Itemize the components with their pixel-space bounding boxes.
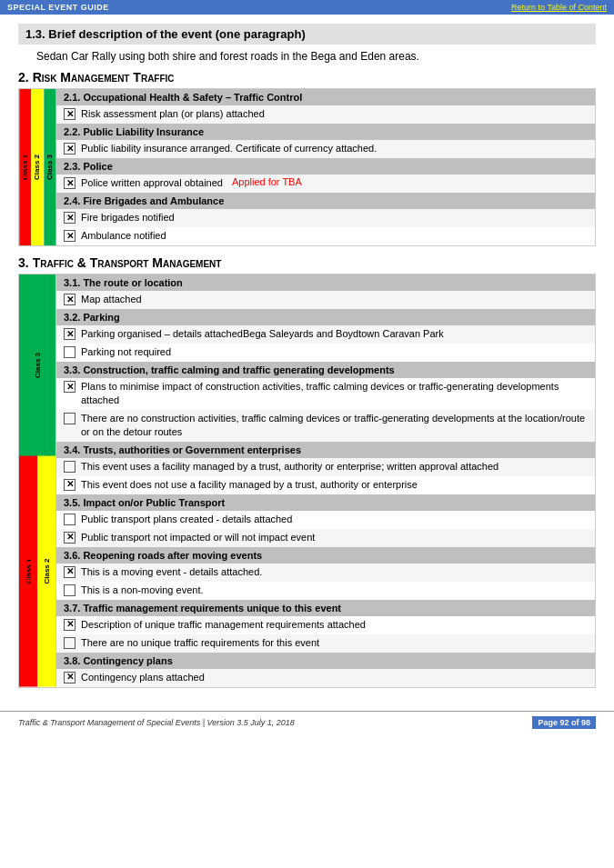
- check-text-37-1: Description of unique traffic management…: [81, 618, 366, 632]
- section2-container: Class 1 Class 2 Class 3 2.1. Occupationa…: [18, 88, 596, 246]
- bottom-bars-group: Class 1 Class 2: [19, 456, 55, 687]
- section2-heading: 2. Risk Management Traffic: [18, 70, 596, 85]
- check-row-37-2: There are no unique traffic requirements…: [56, 634, 595, 653]
- checkbox-31-1: [64, 294, 75, 305]
- subsection-37-header: 3.7. Traffic management requirements uni…: [56, 600, 595, 616]
- check-text-33-1: Plans to minimise impact of construction…: [81, 380, 588, 408]
- check-row-36-2: This is a non-moving event.: [56, 582, 595, 600]
- section3-container: Class 3 Class 1 Class 2 3.1. The route o…: [18, 274, 596, 688]
- subsection-31-header: 3.1. The route or location: [56, 274, 595, 291]
- check-text-22-1: Public liability insurance arranged. Cer…: [81, 142, 377, 155]
- checkbox-34-1: [64, 461, 75, 473]
- check-row-23-1: Police written approval obtained Applied…: [56, 175, 595, 193]
- section3-number: 3.: [18, 255, 29, 270]
- checkbox-33-2: [64, 413, 75, 424]
- section-13-title: 1.3. Brief description of the event (one…: [25, 27, 306, 41]
- check-row-32-2: Parking not required: [56, 344, 595, 362]
- checkbox-32-2: [64, 346, 75, 358]
- checkbox-35-1: [64, 514, 75, 525]
- applied-tba-text: Applied for TBA: [232, 176, 302, 187]
- subsection-21-header: 2.1. Occupational Health & Safety – Traf…: [56, 89, 595, 105]
- check-text-36-1: This is a moving event - details attache…: [81, 565, 262, 579]
- section2-color-bars: Class 1 Class 2 Class 3: [19, 89, 55, 245]
- check-text-23-1: Police written approval obtained: [81, 176, 223, 190]
- subsection-33-header: 3.3. Construction, traffic calming and t…: [56, 362, 595, 378]
- check-row-31-1: Map attached: [56, 291, 595, 309]
- checkbox-24-1: [64, 212, 75, 224]
- checkbox-36-1: [64, 566, 75, 578]
- checkbox-33-1: [64, 381, 75, 393]
- check-row-36-1: This is a moving event - details attache…: [56, 564, 595, 582]
- check-text-34-2: This event does not use a facility manag…: [81, 478, 418, 492]
- section3-rows: 3.1. The route or location Map attached …: [55, 274, 595, 687]
- check-text-24-2: Ambulance notified: [81, 229, 166, 243]
- check-text-33-2: There are no construction activities, tr…: [81, 412, 588, 440]
- subsection-36-header: 3.6. Reopening roads after moving events: [56, 547, 595, 564]
- checkbox-24-2: [64, 230, 75, 242]
- bar-class1: Class 1: [19, 89, 31, 245]
- checkbox-23-1: [64, 177, 75, 189]
- check-text-38-1: Contingency plans attached: [81, 671, 205, 684]
- subsection-23-header: 2.3. Police: [56, 158, 595, 175]
- section2-number: 2.: [18, 70, 29, 85]
- check-row-34-1: This event uses a facility managed by a …: [56, 458, 595, 476]
- section3-color-bars: Class 3 Class 1 Class 2: [19, 274, 55, 687]
- check-text-32-2: Parking not required: [81, 345, 171, 359]
- check-row-24-2: Ambulance notified: [56, 227, 595, 245]
- bar-class2-s3: Class 2: [37, 456, 55, 687]
- check-text-24-1: Fire brigades notified: [81, 211, 175, 224]
- bar-class3-s3: Class 3: [19, 274, 55, 456]
- check-row-35-2: Public transport not impacted or will no…: [56, 529, 595, 547]
- check-text-35-1: Public transport plans created - details…: [81, 513, 292, 526]
- toc-link[interactable]: Return to Table of Content: [511, 3, 607, 12]
- check-row-22-1: Public liability insurance arranged. Cer…: [56, 140, 595, 158]
- subsection-35-header: 3.5. Impact on/or Public Transport: [56, 494, 595, 511]
- bar-class2: Class 2: [31, 89, 43, 245]
- check-row-37-1: Description of unique traffic management…: [56, 616, 595, 634]
- page-content: 1.3. Brief description of the event (one…: [0, 15, 614, 706]
- bar-class1-s3: Class 1: [19, 456, 37, 687]
- check-row-35-1: Public transport plans created - details…: [56, 511, 595, 529]
- subsection-32-header: 3.2. Parking: [56, 309, 595, 325]
- checkbox-38-1: [64, 672, 75, 683]
- section-13-description: Sedan Car Rally using both shire and for…: [18, 50, 596, 63]
- check-row-34-2: This event does not use a facility manag…: [56, 476, 595, 494]
- check-row-38-1: Contingency plans attached: [56, 669, 595, 687]
- checkbox-21-1: [64, 108, 75, 120]
- check-text-35-2: Public transport not impacted or will no…: [81, 531, 315, 544]
- footer-page: Page 92 of 98: [532, 716, 596, 729]
- checkbox-22-1: [64, 143, 75, 155]
- section2-title: Risk Management Traffic: [33, 70, 175, 85]
- check-text-21-1: Risk assessment plan (or plans) attached: [81, 107, 265, 121]
- check-row-24-1: Fire brigades notified: [56, 209, 595, 227]
- check-text-37-2: There are no unique traffic requirements…: [81, 636, 319, 650]
- guide-label: SPECIAL EVENT GUIDE: [7, 3, 109, 12]
- check-row-33-1: Plans to minimise impact of construction…: [56, 378, 595, 410]
- check-text-34-1: This event uses a facility managed by a …: [81, 460, 498, 474]
- check-text-31-1: Map attached: [81, 293, 142, 306]
- checkbox-37-2: [64, 637, 75, 649]
- footer: Traffic & Transport Management of Specia…: [0, 711, 614, 733]
- top-bar: SPECIAL EVENT GUIDE Return to Table of C…: [0, 0, 614, 15]
- section2-content: 2.1. Occupational Health & Safety – Traf…: [55, 89, 595, 245]
- section3-heading: 3. Traffic & Transport Management: [18, 255, 596, 270]
- check-text-32-1: Parking organised – details attachedBega…: [81, 327, 444, 341]
- section-13-header: 1.3. Brief description of the event (one…: [18, 24, 596, 45]
- footer-text: Traffic & Transport Management of Specia…: [18, 718, 295, 727]
- check-row-33-2: There are no construction activities, tr…: [56, 410, 595, 442]
- check-row-32-1: Parking organised – details attachedBega…: [56, 325, 595, 344]
- subsection-34-header: 3.4. Trusts, authorities or Government e…: [56, 442, 595, 458]
- subsection-22-header: 2.2. Public Liability Insurance: [56, 124, 595, 140]
- checkbox-35-2: [64, 532, 75, 544]
- subsection-24-header: 2.4. Fire Brigades and Ambulance: [56, 193, 595, 209]
- checkbox-32-1: [64, 328, 75, 340]
- bar-class3: Class 3: [44, 89, 55, 245]
- top-bars-group: Class 3: [19, 274, 55, 456]
- section3-title: Traffic & Transport Management: [33, 255, 222, 270]
- checkbox-37-1: [64, 619, 75, 631]
- checkbox-34-2: [64, 479, 75, 491]
- check-row-21-1: Risk assessment plan (or plans) attached: [56, 105, 595, 124]
- subsection-38-header: 3.8. Contingency plans: [56, 653, 595, 669]
- checkbox-36-2: [64, 584, 75, 596]
- check-text-36-2: This is a non-moving event.: [81, 584, 204, 597]
